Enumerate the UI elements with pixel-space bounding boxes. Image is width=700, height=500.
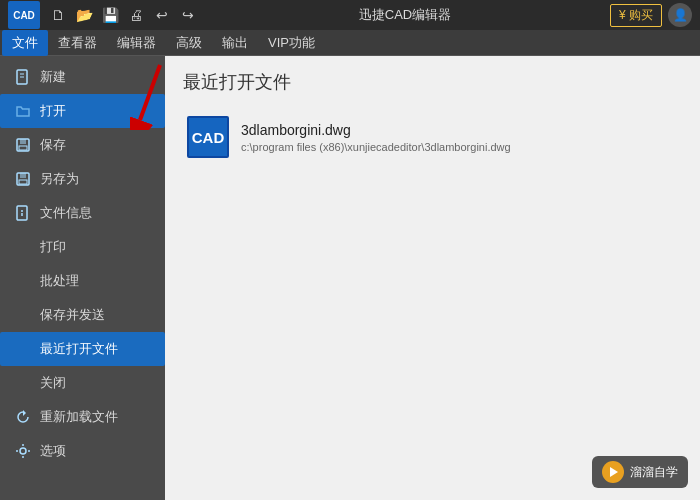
file-item-0[interactable]: CAD3dlamborgini.dwgc:\program files (x86… — [183, 110, 682, 164]
svg-point-10 — [21, 210, 23, 212]
sidebar-item-1[interactable]: 打开 — [0, 94, 165, 128]
open-file-icon[interactable]: 📂 — [72, 3, 96, 27]
svg-rect-4 — [20, 139, 26, 144]
sidebar-label-4: 文件信息 — [40, 204, 92, 222]
main-area: 新建打开保存另存为文件信息打印批处理保存并发送最近打开文件关闭重新加载文件选项 … — [0, 56, 700, 500]
file-list: CAD3dlamborgini.dwgc:\program files (x86… — [183, 110, 682, 164]
sidebar-item-0[interactable]: 新建 — [0, 60, 165, 94]
sidebar-label-7: 保存并发送 — [40, 306, 105, 324]
file-name: 3dlamborgini.dwg — [241, 122, 511, 138]
menu-item-查看器[interactable]: 查看器 — [48, 30, 107, 56]
user-avatar[interactable]: 👤 — [668, 3, 692, 27]
svg-point-13 — [20, 448, 26, 454]
titlebar: CAD 🗋 📂 💾 🖨 ↩ ↪ 迅捷CAD编辑器 ¥ 购买 👤 — [0, 0, 700, 30]
sidebar-label-10: 重新加载文件 — [40, 408, 118, 426]
sidebar-icon-11 — [14, 442, 32, 460]
content-area: 最近打开文件 CAD3dlamborgini.dwgc:\program fil… — [165, 56, 700, 500]
content-title: 最近打开文件 — [183, 70, 682, 94]
cad-file-icon: CAD — [187, 116, 229, 158]
sidebar-label-8: 最近打开文件 — [40, 340, 118, 358]
sidebar-label-9: 关闭 — [40, 374, 66, 392]
svg-rect-7 — [20, 173, 26, 178]
menu-item-编辑器[interactable]: 编辑器 — [107, 30, 166, 56]
sidebar-item-2[interactable]: 保存 — [0, 128, 165, 162]
sidebar-item-8[interactable]: 最近打开文件 — [0, 332, 165, 366]
save-icon[interactable]: 💾 — [98, 3, 122, 27]
app-logo: CAD — [8, 1, 40, 29]
svg-marker-12 — [23, 410, 26, 416]
menu-item-VIP功能[interactable]: VIP功能 — [258, 30, 325, 56]
svg-rect-5 — [19, 146, 27, 150]
sidebar-icon-4 — [14, 204, 32, 222]
menu-item-高级[interactable]: 高级 — [166, 30, 212, 56]
buy-button[interactable]: ¥ 购买 — [610, 4, 662, 27]
sidebar-item-4[interactable]: 文件信息 — [0, 196, 165, 230]
sidebar: 新建打开保存另存为文件信息打印批处理保存并发送最近打开文件关闭重新加载文件选项 — [0, 56, 165, 500]
sidebar-item-9[interactable]: 关闭 — [0, 366, 165, 400]
sidebar-item-10[interactable]: 重新加载文件 — [0, 400, 165, 434]
sidebar-label-6: 批处理 — [40, 272, 79, 290]
sidebar-item-6[interactable]: 批处理 — [0, 264, 165, 298]
file-path: c:\program files (x86)\xunjiecadeditor\3… — [241, 141, 511, 153]
sidebar-label-5: 打印 — [40, 238, 66, 256]
sidebar-icon-0 — [14, 68, 32, 86]
watermark: 溜溜自学 — [592, 456, 688, 488]
sidebar-label-3: 另存为 — [40, 170, 79, 188]
menubar: 文件查看器编辑器高级输出VIP功能 — [0, 30, 700, 56]
file-info: 3dlamborgini.dwgc:\program files (x86)\x… — [241, 122, 511, 153]
sidebar-item-11[interactable]: 选项 — [0, 434, 165, 468]
sidebar-label-11: 选项 — [40, 442, 66, 460]
sidebar-icon-3 — [14, 170, 32, 188]
sidebar-icon-10 — [14, 408, 32, 426]
sidebar-icon-1 — [14, 102, 32, 120]
sidebar-label-1: 打开 — [40, 102, 66, 120]
watermark-text: 溜溜自学 — [630, 464, 678, 481]
new-file-icon[interactable]: 🗋 — [46, 3, 70, 27]
sidebar-item-3[interactable]: 另存为 — [0, 162, 165, 196]
watermark-play-icon — [602, 461, 624, 483]
menu-item-输出[interactable]: 输出 — [212, 30, 258, 56]
sidebar-item-7[interactable]: 保存并发送 — [0, 298, 165, 332]
undo-icon[interactable]: ↩ — [150, 3, 174, 27]
toolbar-icons: 🗋 📂 💾 🖨 ↩ ↪ — [46, 3, 200, 27]
app-title: 迅捷CAD编辑器 — [200, 6, 610, 24]
redo-icon[interactable]: ↪ — [176, 3, 200, 27]
print-icon[interactable]: 🖨 — [124, 3, 148, 27]
sidebar-label-2: 保存 — [40, 136, 66, 154]
menu-item-文件[interactable]: 文件 — [2, 30, 48, 56]
svg-rect-8 — [19, 180, 27, 184]
sidebar-label-0: 新建 — [40, 68, 66, 86]
sidebar-icon-2 — [14, 136, 32, 154]
sidebar-item-5[interactable]: 打印 — [0, 230, 165, 264]
